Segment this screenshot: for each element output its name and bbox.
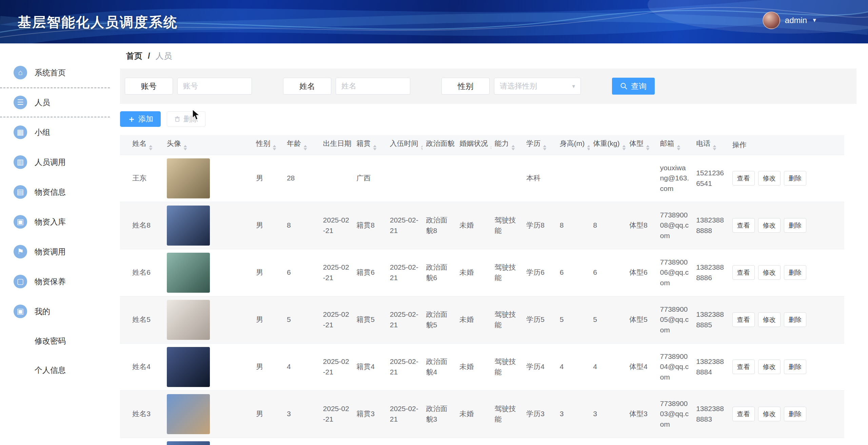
sidebar-item-label: 人员 bbox=[35, 97, 50, 108]
column-header[interactable]: 出生日期▲▼ bbox=[320, 135, 353, 155]
add-button-label: 添加 bbox=[138, 114, 153, 124]
cell-age: 8 bbox=[283, 202, 320, 249]
action-edit-button[interactable]: 修改 bbox=[758, 218, 781, 233]
column-header[interactable]: 体型▲▼ bbox=[626, 135, 657, 155]
sort-desc-icon[interactable]: ▼ bbox=[420, 148, 422, 151]
action-edit-button[interactable]: 修改 bbox=[758, 360, 781, 374]
row-select-cell bbox=[120, 390, 129, 438]
column-header[interactable]: 学历▲▼ bbox=[523, 135, 556, 155]
action-edit-button[interactable]: 修改 bbox=[758, 171, 781, 186]
cell-political: 政治面貌4 bbox=[422, 343, 456, 390]
query-button[interactable]: 查询 bbox=[612, 78, 655, 95]
cell-birth: 2025-02-21 bbox=[320, 438, 353, 445]
sort-desc-icon[interactable]: ▼ bbox=[302, 148, 308, 151]
action-delete-button[interactable]: 删除 bbox=[784, 218, 806, 233]
sort-desc-icon[interactable]: ▼ bbox=[676, 148, 681, 151]
row-select-cell bbox=[120, 155, 129, 202]
cell-height: 5 bbox=[556, 296, 590, 343]
row-avatar bbox=[167, 394, 210, 434]
sort-desc-icon[interactable]: ▼ bbox=[182, 148, 188, 151]
action-delete-button[interactable]: 删除 bbox=[784, 312, 806, 327]
cell-phone: 13823888888 bbox=[693, 202, 729, 249]
column-header[interactable]: 身高(m)▲▼ bbox=[556, 135, 590, 155]
action-view-button[interactable]: 查看 bbox=[732, 360, 755, 374]
action-edit-button[interactable]: 修改 bbox=[758, 265, 781, 280]
action-view-button[interactable]: 查看 bbox=[732, 265, 755, 280]
sidebar-item-home[interactable]: ⌂系统首页 bbox=[0, 58, 110, 88]
column-header[interactable]: 入伍时间▲▼ bbox=[387, 135, 423, 155]
name-input[interactable] bbox=[336, 78, 410, 95]
account-input[interactable] bbox=[177, 78, 252, 95]
sort-desc-icon[interactable]: ▼ bbox=[272, 148, 277, 151]
sidebar-item-personnel-call[interactable]: ▥人员调用 bbox=[0, 147, 110, 177]
column-header[interactable]: 邮箱▲▼ bbox=[657, 135, 693, 155]
sidebar-item-mine[interactable]: ▣我的 bbox=[0, 296, 110, 326]
cell-name: 王东 bbox=[129, 155, 163, 202]
sidebar-item-material-maintain[interactable]: ▢物资保养 bbox=[0, 267, 110, 296]
action-delete-button[interactable]: 删除 bbox=[784, 171, 806, 186]
user-avatar[interactable] bbox=[763, 12, 780, 29]
column-header[interactable]: 性别▲▼ bbox=[253, 135, 283, 155]
cell-height: 3 bbox=[556, 390, 590, 438]
sort-desc-icon[interactable]: ▼ bbox=[542, 148, 547, 151]
column-header[interactable]: 政治面貌▲▼ bbox=[422, 135, 456, 155]
action-view-button[interactable]: 查看 bbox=[732, 171, 755, 186]
sidebar-item-group[interactable]: ▦小组 bbox=[0, 117, 110, 147]
add-button[interactable]: ＋ 添加 bbox=[120, 111, 161, 127]
sort-desc-icon[interactable]: ▼ bbox=[645, 148, 650, 151]
sidebar-item-material-call[interactable]: ⚑物资调用 bbox=[0, 237, 110, 267]
cell-actions: 查看修改删除 bbox=[729, 390, 844, 438]
column-header[interactable]: 婚姻状况▲▼ bbox=[456, 135, 491, 155]
column-header[interactable]: 姓名▲▼ bbox=[129, 135, 163, 155]
action-view-button[interactable]: 查看 bbox=[732, 407, 755, 422]
action-delete-button[interactable]: 删除 bbox=[784, 407, 806, 422]
sidebar-item-personnel[interactable]: ☰人员 bbox=[0, 88, 110, 117]
sort-desc-icon[interactable]: ▼ bbox=[621, 148, 626, 151]
action-edit-button[interactable]: 修改 bbox=[758, 407, 781, 422]
action-view-button[interactable]: 查看 bbox=[732, 218, 755, 233]
column-header[interactable]: 能力▲▼ bbox=[491, 135, 523, 155]
breadcrumb-home[interactable]: 首页 bbox=[126, 51, 142, 61]
column-header[interactable]: 年龄▲▼ bbox=[283, 135, 320, 155]
sidebar-item-material-inbound[interactable]: ▣物资入库 bbox=[0, 207, 110, 237]
sort-desc-icon[interactable]: ▼ bbox=[372, 148, 377, 151]
cell-body: 体型8 bbox=[626, 202, 657, 249]
sidebar-item-material-info[interactable]: ▤物资信息 bbox=[0, 177, 110, 207]
column-header[interactable]: 籍贯▲▼ bbox=[353, 135, 387, 155]
action-view-button[interactable]: 查看 bbox=[732, 312, 755, 327]
action-delete-button[interactable]: 删除 bbox=[784, 265, 806, 280]
cell-gender: 男 bbox=[253, 249, 283, 296]
sort-desc-icon[interactable]: ▼ bbox=[712, 148, 717, 151]
sidebar-subitem[interactable]: 修改密码 bbox=[0, 326, 110, 355]
cell-email: 773890004@qq.com bbox=[657, 343, 693, 390]
cell-marital: 未婚 bbox=[456, 343, 491, 390]
sort-carets: ▲▼ bbox=[587, 144, 590, 151]
sidebar-subitem[interactable]: 个人信息 bbox=[0, 355, 110, 385]
main-content: 首页 / 人员 账号 姓名 性别 请选择性别 ▾ bbox=[110, 43, 868, 445]
page-title: 基层智能化人员调度系统 bbox=[18, 13, 178, 32]
sort-desc-icon[interactable]: ▼ bbox=[148, 148, 153, 151]
sort-desc-icon[interactable]: ▼ bbox=[586, 148, 590, 151]
sort-carets: ▲▼ bbox=[713, 144, 716, 151]
action-delete-button[interactable]: 删除 bbox=[784, 360, 806, 374]
sort-desc-icon[interactable]: ▼ bbox=[489, 148, 491, 151]
sidebar-item-label: 我的 bbox=[35, 306, 50, 317]
cell-age: 3 bbox=[283, 390, 320, 438]
sidebar-item-label: 物资调用 bbox=[35, 247, 66, 257]
home-icon: ⌂ bbox=[14, 66, 27, 79]
column-header[interactable]: 电话▲▼ bbox=[693, 135, 729, 155]
user-menu[interactable]: admin ▼ bbox=[763, 12, 817, 29]
cell-enlist: 2025-02-21 bbox=[387, 343, 423, 390]
column-header[interactable]: 头像▲▼ bbox=[163, 135, 253, 155]
column-header[interactable]: 体重(kg)▲▼ bbox=[590, 135, 626, 155]
cell-weight: 6 bbox=[590, 249, 626, 296]
cell-weight bbox=[590, 155, 626, 202]
sort-desc-icon[interactable]: ▼ bbox=[510, 148, 516, 151]
cell-ability: 驾驶技能 bbox=[491, 202, 523, 249]
delete-button[interactable]: 删除 bbox=[167, 111, 205, 127]
action-edit-button[interactable]: 修改 bbox=[758, 312, 781, 327]
account-label: 账号 bbox=[125, 78, 173, 95]
row-avatar bbox=[167, 253, 210, 293]
row-avatar bbox=[167, 347, 210, 387]
gender-select[interactable]: 请选择性别 ▾ bbox=[494, 78, 581, 95]
